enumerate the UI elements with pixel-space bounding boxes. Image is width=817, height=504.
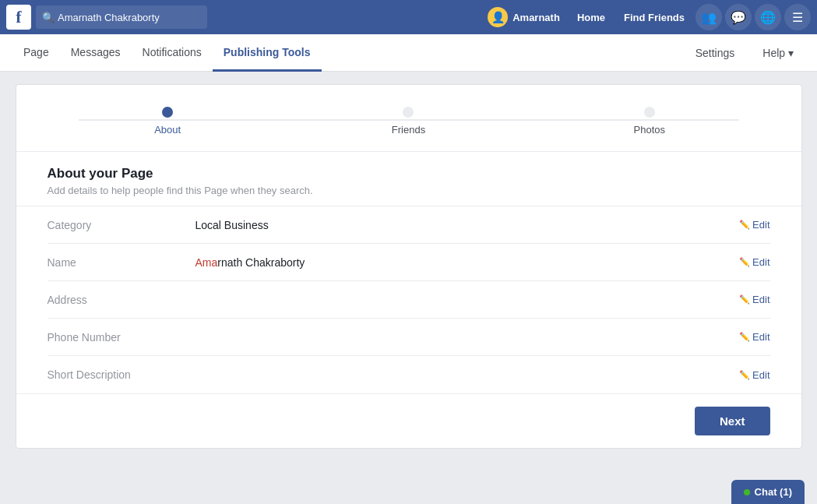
search-input[interactable] bbox=[36, 5, 207, 29]
settings-menu-icon[interactable]: ☰ bbox=[784, 4, 811, 30]
facebook-logo: f bbox=[6, 5, 31, 30]
field-label-category: Category bbox=[48, 219, 195, 231]
about-page-title: About your Page bbox=[48, 166, 770, 182]
notifications-icon[interactable]: 🌐 bbox=[755, 4, 781, 30]
top-navigation: f 🔍 👤 Amarnath Home Find Friends 👥 💬 🌐 ☰ bbox=[0, 0, 817, 34]
tab-publishing-tools[interactable]: Publishing Tools bbox=[213, 35, 322, 72]
field-edit-phone[interactable]: ✏️ Edit bbox=[739, 331, 769, 343]
stepper-label-photos: Photos bbox=[634, 124, 665, 136]
pencil-icon-address: ✏️ bbox=[739, 294, 750, 305]
user-profile-button[interactable]: 👤 Amarnath bbox=[481, 4, 566, 30]
tab-notifications[interactable]: Notifications bbox=[132, 35, 213, 72]
fields-table: Category Local Business ✏️ Edit Name Ama… bbox=[16, 206, 801, 393]
user-name: Amarnath bbox=[512, 12, 560, 23]
stepper-label-about: About bbox=[154, 124, 181, 136]
field-edit-name[interactable]: ✏️ Edit bbox=[739, 256, 769, 268]
field-label-name: Name bbox=[48, 256, 195, 269]
field-edit-category[interactable]: ✏️ Edit bbox=[739, 219, 769, 231]
search-icon: 🔍 bbox=[42, 12, 55, 23]
user-avatar: 👤 bbox=[488, 7, 508, 27]
stepper-photos: Photos bbox=[529, 107, 769, 136]
pencil-icon-category: ✏️ bbox=[739, 220, 750, 230]
stepper-about: About bbox=[48, 107, 288, 136]
about-page-subtitle: Add details to help people find this Pag… bbox=[48, 185, 770, 196]
friends-icon[interactable]: 👥 bbox=[696, 4, 722, 30]
search-wrapper: 🔍 bbox=[36, 5, 207, 29]
pencil-icon-name: ✏️ bbox=[739, 257, 750, 267]
field-row-short-description: Short Description ✏️ Edit bbox=[48, 356, 770, 393]
stepper-friends: Friends bbox=[288, 107, 529, 136]
field-value-category: Local Business bbox=[195, 219, 740, 231]
pencil-icon-short-description: ✏️ bbox=[739, 370, 750, 380]
tab-help[interactable]: Help ▾ bbox=[752, 36, 805, 70]
bottom-action-area: Next bbox=[16, 393, 801, 448]
field-label-phone: Phone Number bbox=[48, 331, 195, 344]
stepper-dot-photos bbox=[644, 107, 655, 118]
about-header: About your Page Add details to help peop… bbox=[16, 152, 801, 206]
field-row-phone: Phone Number ✏️ Edit bbox=[48, 319, 770, 356]
field-edit-address[interactable]: ✏️ Edit bbox=[739, 294, 769, 305]
fb-logo-letter: f bbox=[16, 9, 21, 26]
tab-settings[interactable]: Settings bbox=[685, 36, 746, 70]
tab-page[interactable]: Page bbox=[12, 35, 60, 72]
main-content-area: About Friends Photos About your Page Add… bbox=[16, 84, 802, 449]
stepper-label-friends: Friends bbox=[392, 124, 425, 136]
setup-stepper: About Friends Photos bbox=[16, 85, 801, 152]
field-label-address: Address bbox=[48, 294, 195, 306]
page-tabs-bar: Page Messages Notifications Publishing T… bbox=[0, 34, 817, 72]
home-link[interactable]: Home bbox=[569, 7, 613, 28]
nav-right-area: 👤 Amarnath Home Find Friends 👥 💬 🌐 ☰ bbox=[481, 4, 811, 30]
messages-icon[interactable]: 💬 bbox=[725, 4, 752, 30]
field-edit-short-description[interactable]: ✏️ Edit bbox=[739, 369, 769, 381]
field-row-address: Address ✏️ Edit bbox=[48, 281, 770, 319]
find-friends-link[interactable]: Find Friends bbox=[616, 7, 692, 28]
field-label-short-description: Short Description bbox=[48, 368, 195, 381]
stepper-dot-about bbox=[162, 107, 173, 118]
field-row-name: Name Amarnath Chakraborty ✏️ Edit bbox=[48, 244, 770, 281]
field-row-category: Category Local Business ✏️ Edit bbox=[48, 206, 770, 244]
stepper-dot-friends bbox=[403, 107, 414, 118]
pencil-icon-phone: ✏️ bbox=[739, 332, 750, 342]
page-tabs-right: Settings Help ▾ bbox=[685, 36, 805, 70]
stepper-dots: About Friends Photos bbox=[48, 107, 770, 136]
tab-messages[interactable]: Messages bbox=[60, 35, 132, 72]
field-value-name: Amarnath Chakraborty bbox=[195, 256, 740, 269]
next-button[interactable]: Next bbox=[695, 407, 770, 435]
